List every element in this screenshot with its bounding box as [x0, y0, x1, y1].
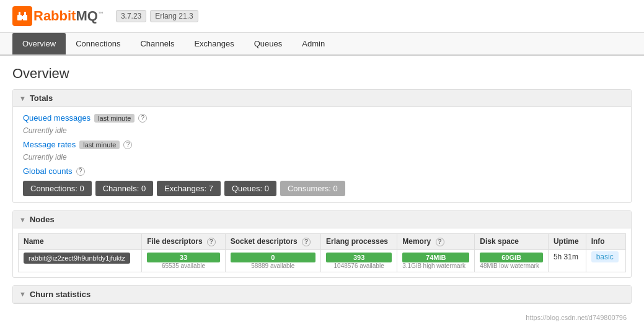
logo-tm: ™ — [98, 11, 104, 17]
nodes-table-header-row: Name File descriptors ? Socket descripto… — [19, 234, 626, 250]
node-name-cell: rabbit@iz2zect9h9unbfdy1jfuktz — [19, 249, 142, 272]
nav-admin[interactable]: Admin — [292, 33, 335, 54]
erlang-proc-available: 1048576 available — [326, 262, 392, 269]
erlang-proc-cell: 393 1048576 available — [320, 249, 397, 272]
erlang-proc-bar: 393 — [326, 253, 392, 262]
channels-count-btn[interactable]: Channels: 0 — [95, 181, 153, 196]
consumers-count-btn[interactable]: Consumers: 0 — [280, 181, 345, 196]
global-counts-row: Global counts ? — [23, 166, 621, 176]
file-desc-help-icon[interactable]: ? — [207, 238, 216, 246]
message-rates-badge[interactable]: last minute — [79, 141, 120, 149]
totals-section: ▼ Totals Queued messages last minute ? C… — [12, 89, 632, 203]
connections-count-btn[interactable]: Connections: 0 — [23, 181, 92, 196]
info-cell: basic — [586, 249, 625, 272]
message-rates-label: Message rates — [23, 140, 76, 149]
nodes-section-body: Name File descriptors ? Socket descripto… — [13, 228, 631, 277]
nav-queues[interactable]: Queues — [244, 33, 293, 54]
file-desc-value: 33 — [147, 253, 220, 262]
socket-desc-value: 0 — [231, 253, 315, 262]
nodes-section: ▼ Nodes Name File descriptors ? Socket d… — [12, 210, 632, 278]
disk-watermark: 48MiB low watermark — [480, 262, 543, 269]
file-desc-available: 65535 available — [147, 262, 220, 269]
logo: RabbitMQ™ — [12, 6, 104, 26]
counts-row: Connections: 0 Channels: 0 Exchanges: 7 … — [23, 181, 621, 196]
nav-exchanges[interactable]: Exchanges — [184, 33, 244, 54]
logo-icon — [12, 6, 32, 26]
logo-rabbit-text: Rabbit — [33, 8, 76, 24]
churn-section-title: Churn statistics — [30, 290, 90, 299]
memory-help-icon[interactable]: ? — [436, 238, 444, 246]
currently-idle-1: Currently idle — [23, 126, 621, 135]
socket-desc-cell: 0 58889 available — [225, 249, 320, 272]
currently-idle-2: Currently idle — [23, 153, 621, 162]
totals-section-body: Queued messages last minute ? Currently … — [13, 107, 631, 202]
memory-cell: 74MiB 3.1GiB high watermark — [397, 249, 475, 272]
nav-overview[interactable]: Overview — [12, 33, 66, 54]
nodes-section-header[interactable]: ▼ Nodes — [13, 211, 631, 228]
footer-url: https://blog.csdn.net/d749800796 — [12, 311, 632, 324]
col-uptime: Uptime — [548, 234, 586, 250]
totals-section-title: Totals — [30, 93, 53, 103]
file-desc-bar: 33 — [147, 253, 220, 262]
socket-desc-help-icon[interactable]: ? — [302, 238, 311, 246]
svg-rect-2 — [19, 12, 20, 16]
main-nav: Overview Connections Channels Exchanges … — [0, 33, 644, 56]
col-disk: Disk space — [475, 234, 549, 250]
node-name: rabbit@iz2zect9h9unbfdy1jfuktz — [24, 253, 130, 264]
queued-messages-row: Queued messages last minute ? — [23, 113, 621, 123]
main-content: Overview ▼ Totals Queued messages last m… — [0, 56, 644, 333]
col-socket-desc: Socket descriptors ? — [225, 234, 320, 250]
queued-messages-help-icon[interactable]: ? — [138, 114, 147, 123]
col-file-desc: File descriptors ? — [142, 234, 226, 250]
col-erlang-proc: Erlang processes — [320, 234, 397, 250]
nodes-arrow-icon: ▼ — [19, 216, 26, 223]
col-memory: Memory ? — [397, 234, 475, 250]
message-rates-row: Message rates last minute ? — [23, 140, 621, 149]
global-counts-label: Global counts — [23, 166, 73, 176]
nav-connections[interactable]: Connections — [66, 33, 130, 54]
queued-messages-badge[interactable]: last minute — [94, 114, 135, 123]
disk-bar: 60GiB — [480, 253, 543, 262]
queued-messages-label: Queued messages — [23, 113, 90, 123]
message-rates-help-icon[interactable]: ? — [123, 141, 132, 149]
col-name: Name — [19, 234, 142, 250]
header: RabbitMQ™ 3.7.23 Erlang 21.3 — [0, 0, 644, 33]
exchanges-count-btn[interactable]: Exchanges: 7 — [157, 181, 221, 196]
version-badge: 3.7.23 — [116, 10, 146, 22]
col-info: Info — [586, 234, 625, 250]
table-row: rabbit@iz2zect9h9unbfdy1jfuktz 33 65535 … — [19, 249, 626, 272]
disk-value: 60GiB — [480, 253, 543, 262]
file-desc-cell: 33 65535 available — [142, 249, 226, 272]
churn-arrow-icon: ▼ — [19, 290, 26, 298]
uptime-cell: 5h 31m — [548, 249, 586, 272]
nodes-table: Name File descriptors ? Socket descripto… — [18, 233, 626, 272]
churn-section: ▼ Churn statistics — [12, 285, 632, 304]
erlang-proc-value: 393 — [326, 253, 392, 262]
info-badge[interactable]: basic — [591, 251, 619, 262]
socket-desc-bar: 0 — [231, 253, 315, 262]
erlang-badge: Erlang 21.3 — [150, 10, 198, 22]
svg-rect-3 — [24, 12, 26, 16]
memory-watermark: 3.1GiB high watermark — [402, 262, 469, 269]
memory-value: 74MiB — [402, 253, 469, 262]
socket-desc-available: 58889 available — [231, 262, 315, 269]
nodes-section-title: Nodes — [30, 215, 55, 224]
rabbit-icon — [16, 10, 29, 22]
logo-mq-text: MQ — [76, 8, 97, 24]
queues-count-btn[interactable]: Queues: 0 — [224, 181, 276, 196]
totals-section-header[interactable]: ▼ Totals — [13, 90, 631, 107]
totals-arrow-icon: ▼ — [19, 95, 26, 102]
nav-channels[interactable]: Channels — [130, 33, 184, 54]
churn-section-header[interactable]: ▼ Churn statistics — [13, 286, 631, 303]
page-title: Overview — [12, 66, 632, 82]
disk-cell: 60GiB 48MiB low watermark — [475, 249, 549, 272]
memory-bar: 74MiB — [402, 253, 469, 262]
svg-rect-4 — [17, 16, 27, 19]
global-counts-help-icon[interactable]: ? — [76, 167, 85, 176]
